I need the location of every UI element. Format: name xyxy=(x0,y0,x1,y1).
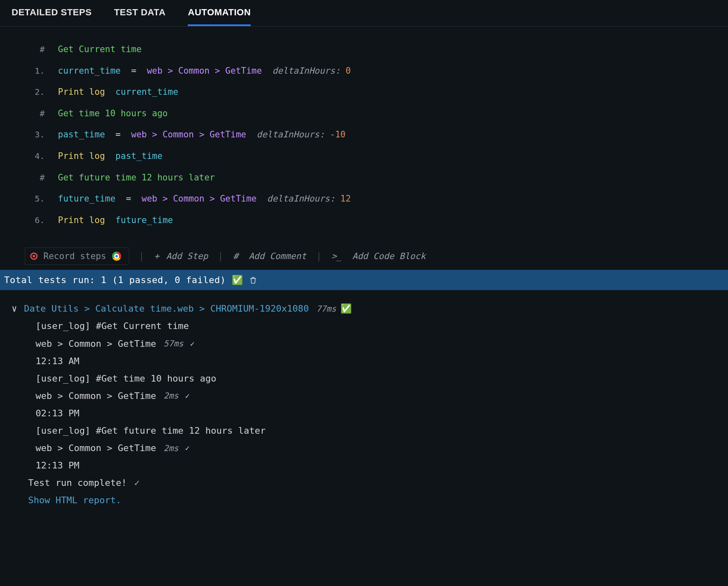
line-gutter: # xyxy=(0,43,58,56)
script-line[interactable]: #Get time 10 hours ago xyxy=(0,103,728,125)
output-line: web > Common > GetTime57ms✓ xyxy=(12,335,728,353)
script-line[interactable]: 2.Print log current_time xyxy=(0,82,728,103)
action-bar: Record steps | + Add Step | # Add Commen… xyxy=(17,243,728,270)
automation-steps: #Get Current time1.current_time = web > … xyxy=(0,26,728,238)
check-icon: ✓ xyxy=(134,476,139,490)
output-breadcrumb: Date Utils > Calculate time.web > CHROMI… xyxy=(24,302,309,316)
line-gutter: # xyxy=(0,171,58,184)
output-text: Test run complete! xyxy=(28,476,127,490)
check-icon: ✓ xyxy=(190,338,195,350)
output-line: [user_log] #Get future time 12 hours lat… xyxy=(12,422,728,440)
line-code: Print log past_time xyxy=(58,149,163,163)
check-icon: ✅ xyxy=(232,275,243,285)
output-line: [user_log] #Get time 10 hours ago xyxy=(12,370,728,387)
line-code: current_time = web > Common > GetTime de… xyxy=(58,64,351,78)
tab-automation[interactable]: AUTOMATION xyxy=(188,7,251,26)
record-icon xyxy=(30,252,38,260)
add-code-block-button[interactable]: >_ Add Code Block xyxy=(331,251,426,261)
script-line[interactable]: 5.future_time = web > Common > GetTime d… xyxy=(0,188,728,210)
script-line[interactable]: #Get Current time xyxy=(0,39,728,60)
output-text: web > Common > GetTime xyxy=(36,441,156,455)
output-header-row[interactable]: ∨ Date Utils > Calculate time.web > CHRO… xyxy=(12,300,728,317)
line-gutter: 2. xyxy=(0,85,58,98)
output-duration: 57ms xyxy=(163,337,183,350)
line-gutter: 6. xyxy=(0,214,58,227)
chevron-down-icon[interactable]: ∨ xyxy=(12,302,20,316)
line-code: Get time 10 hours ago xyxy=(58,107,168,121)
output-text: [user_log] #Get Current time xyxy=(36,319,189,333)
divider: | xyxy=(139,251,144,261)
test-output: ∨ Date Utils > Calculate time.web > CHRO… xyxy=(0,290,728,509)
output-duration: 2ms xyxy=(163,442,178,455)
output-line: web > Common > GetTime2ms✓ xyxy=(12,387,728,405)
add-step-button[interactable]: + Add Step xyxy=(154,251,208,261)
output-line[interactable]: Show HTML report. xyxy=(12,492,728,509)
trash-icon[interactable] xyxy=(249,276,257,285)
output-line: [user_log] #Get Current time xyxy=(12,317,728,335)
output-line: 02:13 PM xyxy=(12,405,728,422)
output-text: web > Common > GetTime xyxy=(36,389,156,403)
output-text: 12:13 PM xyxy=(36,459,79,473)
check-icon: ✓ xyxy=(185,390,190,402)
output-line: 12:13 PM xyxy=(12,457,728,474)
add-step-label: Add Step xyxy=(166,251,208,261)
chrome-icon xyxy=(112,252,121,261)
output-text: 02:13 PM xyxy=(36,406,79,420)
line-gutter: 1. xyxy=(0,64,58,77)
line-gutter: 5. xyxy=(0,192,58,205)
add-comment-label: Add Comment xyxy=(249,251,306,261)
line-gutter: 3. xyxy=(0,128,58,141)
line-code: past_time = web > Common > GetTime delta… xyxy=(58,128,345,142)
divider: | xyxy=(316,251,322,261)
tab-detailed-steps[interactable]: DETAILED STEPS xyxy=(12,7,92,26)
script-line[interactable]: 6.Print log future_time xyxy=(0,210,728,231)
show-report-link[interactable]: Show HTML report. xyxy=(28,493,121,507)
script-line[interactable]: 3.past_time = web > Common > GetTime del… xyxy=(0,124,728,146)
output-text: web > Common > GetTime xyxy=(36,337,156,351)
line-code: Get future time 12 hours later xyxy=(58,171,215,185)
plus-icon: + xyxy=(154,251,159,261)
prompt-icon: >_ xyxy=(331,251,347,261)
check-icon: ✅ xyxy=(340,302,352,316)
add-comment-button[interactable]: # Add Comment xyxy=(233,251,307,261)
output-text: [user_log] #Get time 10 hours ago xyxy=(36,372,216,386)
line-code: Print log future_time xyxy=(58,214,173,228)
record-label: Record steps xyxy=(43,251,106,261)
line-code: future_time = web > Common > GetTime del… xyxy=(58,192,351,206)
tab-test-data[interactable]: TEST DATA xyxy=(114,7,166,26)
line-gutter: # xyxy=(0,107,58,120)
hash-icon: # xyxy=(233,251,244,261)
script-line[interactable]: #Get future time 12 hours later xyxy=(0,167,728,189)
add-code-block-label: Add Code Block xyxy=(352,251,426,261)
record-steps-button[interactable]: Record steps xyxy=(25,247,129,265)
script-line[interactable]: 1.current_time = web > Common > GetTime … xyxy=(0,60,728,82)
output-text: 12:13 AM xyxy=(36,354,79,368)
line-gutter: 4. xyxy=(0,149,58,163)
line-code: Print log current_time xyxy=(58,85,178,99)
run-summary-text: Total tests run: 1 (1 passed, 0 failed) xyxy=(4,275,226,285)
output-line: 12:13 AM xyxy=(12,353,728,370)
output-duration: 77ms xyxy=(316,303,336,315)
divider: | xyxy=(218,251,223,261)
tabbar: DETAILED STEPS TEST DATA AUTOMATION xyxy=(0,0,728,26)
output-line: web > Common > GetTime2ms✓ xyxy=(12,440,728,457)
output-text: [user_log] #Get future time 12 hours lat… xyxy=(36,424,266,438)
test-run-summary-bar: Total tests run: 1 (1 passed, 0 failed) … xyxy=(0,270,728,290)
script-line[interactable]: 4.Print log past_time xyxy=(0,146,728,167)
output-line: Test run complete!✓ xyxy=(12,474,728,492)
check-icon: ✓ xyxy=(185,442,190,454)
line-code: Get Current time xyxy=(58,43,141,57)
output-duration: 2ms xyxy=(163,389,178,402)
